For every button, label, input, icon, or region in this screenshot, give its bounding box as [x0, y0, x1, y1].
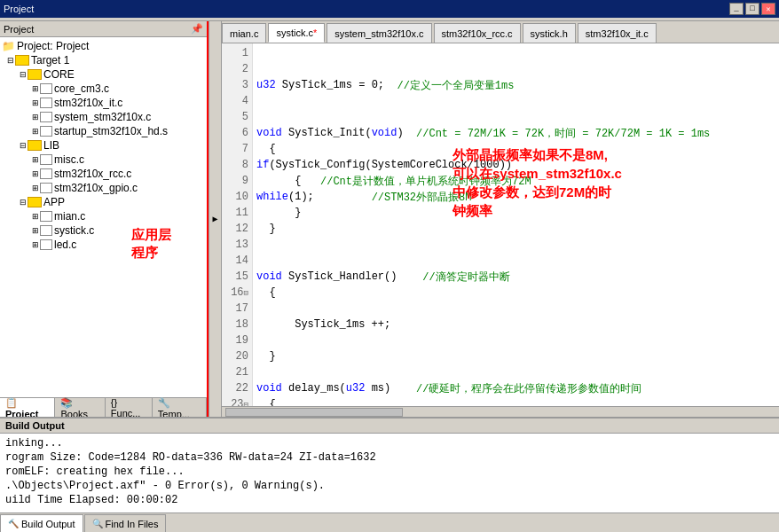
build-line: romELF: creating hex file...: [5, 466, 774, 480]
bottom-tab-find-label: Find In Files: [106, 519, 159, 529]
left-tab-func[interactable]: {} Func...: [106, 398, 153, 417]
maximize-button[interactable]: □: [745, 3, 759, 15]
bottom-tabs: 🔨 Build Output 🔍 Find In Files: [0, 512, 779, 532]
tab-it[interactable]: stm32f10x_it.c: [578, 23, 657, 43]
annotation-line4: 钟频率: [452, 203, 492, 218]
build-line: .\Objects\Project.axf" - 0 Error(s), 0 W…: [5, 480, 774, 494]
tree-item[interactable]: ⊞system_stm32f10x.c: [0, 110, 207, 124]
line-number: 21: [222, 364, 252, 380]
code-line: }: [256, 348, 775, 364]
tree-item[interactable]: ⊞mian.c: [0, 209, 207, 223]
left-tab-temp[interactable]: 🔧 Temp...: [153, 398, 207, 417]
code-area: 12345678910111213141516 ⊟17181920212223 …: [222, 43, 779, 406]
tree-item[interactable]: ⊞led.c: [0, 238, 207, 252]
tab-modified-indicator: *: [313, 27, 317, 38]
bottom-panel: Build Output inking...rogram Size: Code=…: [0, 417, 779, 532]
line-number: 2: [222, 61, 252, 77]
code-line: [256, 61, 775, 77]
code-line: [256, 237, 775, 253]
line-number: 20: [222, 348, 252, 364]
expand-arrow[interactable]: ▶: [209, 21, 222, 417]
tab-system[interactable]: system_stm32f10x.c: [327, 23, 431, 43]
left-tab-books[interactable]: 📚 Books: [55, 398, 105, 417]
tree-item[interactable]: ⊟Target 1: [0, 53, 207, 67]
tree-item[interactable]: ⊟APP: [0, 195, 207, 209]
code-line: void delay_ms(u32 ms) //硬延时，程序会在此停留传递形参数…: [256, 380, 775, 396]
tree-item[interactable]: ⊞core_cm3.c: [0, 82, 207, 96]
title-bar-text: Project: [4, 4, 34, 14]
code-line: {: [256, 285, 775, 301]
code-line: [256, 109, 775, 125]
tree-item[interactable]: ⊞systick.c: [0, 223, 207, 238]
close-button[interactable]: ✕: [761, 3, 775, 15]
code-line: [256, 364, 775, 380]
line-numbers: 12345678910111213141516 ⊟17181920212223 …: [222, 43, 253, 406]
minimize-button[interactable]: _: [729, 3, 744, 15]
horizontal-scrollbar[interactable]: [222, 406, 779, 417]
tree-item[interactable]: ⊞startup_stm32f10x_hd.s: [0, 124, 207, 138]
tree-item[interactable]: ⊞misc.c: [0, 153, 207, 167]
code-line: void SysTick_Init(void) //Cnt = 72M/1K =…: [256, 125, 775, 141]
line-number: 6: [222, 125, 252, 141]
main-container: Project _ □ ✕ Project 📌 📁Project: Projec…: [0, 0, 779, 532]
code-editor[interactable]: 12345678910111213141516 ⊟17181920212223 …: [222, 43, 779, 406]
left-tab-project[interactable]: 📋 Project: [0, 398, 55, 417]
line-number: 7: [222, 141, 252, 157]
line-number: 15: [222, 269, 252, 285]
left-panel-pin[interactable]: 📌: [191, 23, 203, 35]
build-output-header: Build Output: [0, 419, 779, 434]
tree-item[interactable]: ⊟LIB: [0, 138, 207, 153]
build-icon: 🔨: [8, 519, 19, 528]
line-number: 1: [222, 45, 252, 61]
bottom-tab-find[interactable]: 🔍 Find In Files: [84, 514, 167, 532]
code-line: {: [256, 396, 775, 406]
code-line: [256, 45, 775, 61]
left-panel-title: Project: [4, 24, 34, 35]
tab-rcc[interactable]: stm32f10x_rcc.c: [434, 23, 521, 43]
build-line: rogram Size: Code=1284 RO-data=336 RW-da…: [5, 451, 774, 466]
build-line: inking...: [5, 437, 774, 451]
tree-item[interactable]: ⊞stm32f10x_rcc.c: [0, 167, 207, 181]
annotation-line2: 可以在system_stm32f10x.c: [452, 166, 622, 181]
left-panel: Project 📌 📁Project: Project⊟Target 1⊟COR…: [0, 21, 209, 417]
line-number: 4: [222, 93, 252, 109]
line-number: 13: [222, 237, 252, 253]
build-output-text: inking...rogram Size: Code=1284 RO-data=…: [0, 434, 779, 512]
tab-systick[interactable]: systick.c*: [268, 23, 325, 43]
left-panel-header: Project 📌: [0, 21, 207, 37]
file-tabs: mian.c systick.c* system_stm32f10x.c stm…: [222, 21, 779, 43]
tree-container[interactable]: 📁Project: Project⊟Target 1⊟CORE⊞core_cm3…: [0, 37, 207, 397]
code-line: u32 SysTick_1ms = 0; //定义一个全局变量1ms: [256, 77, 775, 93]
code-line: [256, 93, 775, 109]
bottom-tab-build-label: Build Output: [21, 519, 75, 529]
line-number: 3: [222, 77, 252, 93]
line-number: 18: [222, 317, 252, 332]
line-number: 22: [222, 380, 252, 396]
annotation-line1: 外部晶振频率如果不是8M,: [452, 147, 608, 162]
annotation-box: 外部晶振频率如果不是8M, 可以在system_stm32f10x.c 中修改参…: [452, 145, 622, 220]
code-line: [256, 332, 775, 348]
build-line: uild Time Elapsed: 00:00:02: [5, 494, 774, 508]
line-number: 14: [222, 253, 252, 269]
line-number: 19: [222, 332, 252, 348]
title-bar-buttons: _ □ ✕: [729, 3, 775, 15]
tab-mian[interactable]: mian.c: [222, 23, 266, 43]
line-number: 8: [222, 157, 252, 173]
line-number: 17: [222, 301, 252, 317]
code-line: void SysTick_Handler() //滴答定时器中断: [256, 269, 775, 285]
tree-item[interactable]: ⊞stm32f10x_it.c: [0, 96, 207, 110]
scroll-thumb[interactable]: [225, 408, 403, 417]
bottom-tab-build[interactable]: 🔨 Build Output: [0, 514, 83, 532]
line-number: 11: [222, 205, 252, 221]
line-number: 16 ⊟: [222, 285, 252, 301]
find-icon: 🔍: [92, 519, 103, 528]
left-bottom-tabs: 📋 Project 📚 Books {} Func... 🔧 Temp...: [0, 397, 207, 417]
tree-root[interactable]: 📁Project: Project: [0, 39, 207, 53]
tree-item[interactable]: ⊞stm32f10x_gpio.c: [0, 181, 207, 195]
tab-systick-h[interactable]: systick.h: [523, 23, 576, 43]
tree-item[interactable]: ⊟CORE: [0, 67, 207, 82]
code-lines[interactable]: u32 SysTick_1ms = 0; //定义一个全局变量1ms void …: [253, 43, 779, 406]
annotation-line3: 中修改参数，达到72M的时: [452, 184, 611, 200]
code-line: [256, 301, 775, 317]
line-number: 23 ⊟: [222, 396, 252, 406]
